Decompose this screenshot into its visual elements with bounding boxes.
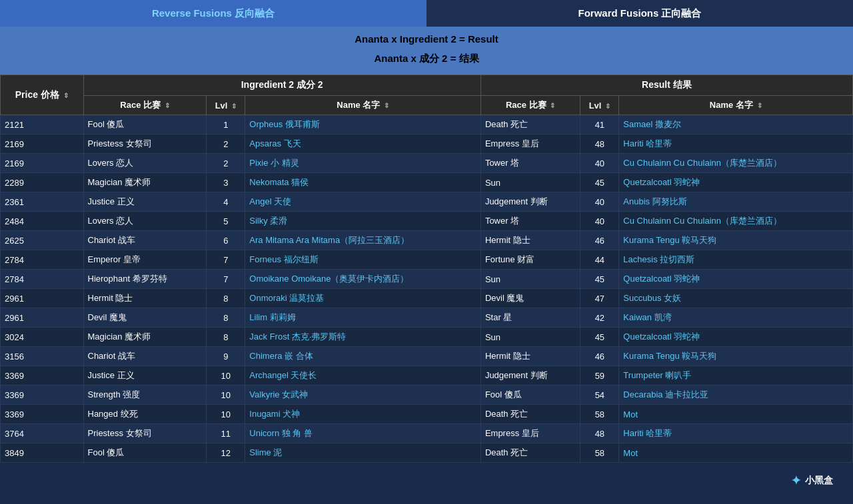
cell-r-name[interactable]: Decarabia 迪卡拉比亚 xyxy=(619,385,853,405)
cell-r-lvl: 46 xyxy=(580,231,619,250)
cell-i-lvl: 12 xyxy=(207,443,245,463)
sort-i-lvl-icon: ⇕ xyxy=(231,103,237,110)
cell-r-name[interactable]: Mot xyxy=(619,443,853,463)
cell-r-race: Judgement 判断 xyxy=(480,366,580,385)
cell-price: 3764 xyxy=(1,424,84,443)
cell-i-name[interactable]: Valkyrie 女武神 xyxy=(245,385,481,405)
cell-i-name[interactable]: Inugami 犬神 xyxy=(245,405,481,424)
cell-r-name[interactable]: Quetzalcoatl 羽蛇神 xyxy=(619,270,853,289)
table-row: 3369 Hanged 绞死 10 Inugami 犬神 Death 死亡 58… xyxy=(1,405,853,424)
cell-i-race: Justice 正义 xyxy=(83,192,207,212)
cell-r-race: Fool 傻瓜 xyxy=(480,385,580,405)
watermark-icon: ✦ xyxy=(791,473,801,488)
cell-i-race: Hermit 隐士 xyxy=(83,289,207,308)
sort-i-name-icon: ⇕ xyxy=(384,102,389,109)
cell-price: 2121 xyxy=(1,115,84,134)
cell-r-name[interactable]: Cu Chulainn Cu Chulainn（库楚兰酒店） xyxy=(619,154,853,173)
col-r-lvl[interactable]: Lvl ⇕ xyxy=(580,96,619,115)
col-i-lvl[interactable]: Lvl ⇕ xyxy=(207,96,245,115)
cell-i-name[interactable]: Jack Frost 杰克·弗罗斯特 xyxy=(245,328,481,347)
cell-r-race: Fortune 财富 xyxy=(480,250,580,270)
cell-r-race: Death 死亡 xyxy=(480,405,580,424)
cell-r-lvl: 54 xyxy=(580,385,619,405)
cell-i-name[interactable]: Forneus 福尔纽斯 xyxy=(245,250,481,270)
cell-r-lvl: 40 xyxy=(580,212,619,231)
subtitle-en: Ananta x Ingredient 2 = Result xyxy=(0,33,853,45)
cell-price: 2169 xyxy=(1,134,84,154)
cell-r-lvl: 42 xyxy=(580,308,619,328)
cell-r-name[interactable]: Kurama Tengu 鞍马天狗 xyxy=(619,347,853,366)
cell-r-name[interactable]: Mot xyxy=(619,405,853,424)
cell-i-name[interactable]: Archangel 天使长 xyxy=(245,366,481,385)
cell-r-name[interactable]: Quetzalcoatl 羽蛇神 xyxy=(619,328,853,347)
cell-i-race: Fool 傻瓜 xyxy=(83,443,207,463)
cell-r-race: Sun xyxy=(480,173,580,192)
fusion-table-container: Price 价格 ⇕ Ingredient 2 成分 2 Result 结果 R… xyxy=(0,75,853,463)
cell-i-race: Chariot 战车 xyxy=(83,347,207,366)
cell-i-lvl: 7 xyxy=(207,250,245,270)
cell-r-name[interactable]: Samael 撒麦尔 xyxy=(619,115,853,134)
cell-i-name[interactable]: Chimera 嵌 合体 xyxy=(245,347,481,366)
cell-i-lvl: 5 xyxy=(207,212,245,231)
cell-i-name[interactable]: Silky 柔滑 xyxy=(245,212,481,231)
cell-r-lvl: 44 xyxy=(580,250,619,270)
cell-price: 2484 xyxy=(1,212,84,231)
cell-i-race: Devil 魔鬼 xyxy=(83,308,207,328)
cell-i-race: Chariot 战车 xyxy=(83,231,207,250)
cell-r-name[interactable]: Cu Chulainn Cu Chulainn（库楚兰酒店） xyxy=(619,212,853,231)
cell-price: 3369 xyxy=(1,385,84,405)
cell-i-race: Magician 魔术师 xyxy=(83,328,207,347)
cell-i-name[interactable]: Apsaras 飞天 xyxy=(245,134,481,154)
cell-r-name[interactable]: Quetzalcoatl 羽蛇神 xyxy=(619,173,853,192)
cell-i-name[interactable]: Unicorn 独 角 兽 xyxy=(245,424,481,443)
col-i-race[interactable]: Race 比赛 ⇕ xyxy=(83,96,207,115)
cell-i-lvl: 8 xyxy=(207,289,245,308)
cell-price: 2169 xyxy=(1,154,84,173)
table-row: 2289 Magician 魔术师 3 Nekomata 猫侯 Sun 45 Q… xyxy=(1,173,853,192)
subtitle-cn: Ananta x 成分 2 = 结果 xyxy=(0,53,853,65)
cell-r-name[interactable]: Lachesis 拉切西斯 xyxy=(619,250,853,270)
cell-i-name[interactable]: Omoikane Omoikane（奥莫伊卡内酒店） xyxy=(245,270,481,289)
table-row: 2961 Hermit 隐士 8 Onmoraki 温莫拉基 Devil 魔鬼 … xyxy=(1,289,853,308)
cell-r-lvl: 48 xyxy=(580,424,619,443)
cell-r-name[interactable]: Succubus 女妖 xyxy=(619,289,853,308)
cell-i-name[interactable]: Angel 天使 xyxy=(245,192,481,212)
cell-i-name[interactable]: Pixie 小 精灵 xyxy=(245,154,481,173)
cell-i-name[interactable]: Onmoraki 温莫拉基 xyxy=(245,289,481,308)
cell-i-lvl: 3 xyxy=(207,173,245,192)
cell-r-lvl: 59 xyxy=(580,366,619,385)
cell-r-lvl: 48 xyxy=(580,134,619,154)
cell-r-lvl: 45 xyxy=(580,173,619,192)
cell-r-lvl: 58 xyxy=(580,405,619,424)
cell-r-name[interactable]: Anubis 阿努比斯 xyxy=(619,192,853,212)
cell-r-name[interactable]: Kurama Tengu 鞍马天狗 xyxy=(619,231,853,250)
cell-i-lvl: 2 xyxy=(207,134,245,154)
cell-r-name[interactable]: Hariti 哈里蒂 xyxy=(619,134,853,154)
col-r-name[interactable]: Name 名字 ⇕ xyxy=(619,96,853,115)
cell-i-lvl: 1 xyxy=(207,115,245,134)
cell-i-name[interactable]: Orpheus 俄耳甫斯 xyxy=(245,115,481,134)
table-row: 2784 Emperor 皇帝 7 Forneus 福尔纽斯 Fortune 财… xyxy=(1,250,853,270)
cell-i-lvl: 10 xyxy=(207,366,245,385)
cell-i-name[interactable]: Lilim 莉莉姆 xyxy=(245,308,481,328)
cell-r-lvl: 40 xyxy=(580,192,619,212)
cell-r-race: Hermit 隐士 xyxy=(480,347,580,366)
col-i-name[interactable]: Name 名字 ⇕ xyxy=(245,96,481,115)
sort-i-race-icon: ⇕ xyxy=(165,102,170,109)
cell-r-name[interactable]: Hariti 哈里蒂 xyxy=(619,424,853,443)
cell-price: 3024 xyxy=(1,328,84,347)
cell-r-race: Tower 塔 xyxy=(480,212,580,231)
cell-i-name[interactable]: Ara Mitama Ara Mitama（阿拉三玉酒店） xyxy=(245,231,481,250)
col-price[interactable]: Price 价格 ⇕ xyxy=(1,75,84,115)
table-row: 2484 Lovers 恋人 5 Silky 柔滑 Tower 塔 40 Cu … xyxy=(1,212,853,231)
cell-i-lvl: 4 xyxy=(207,192,245,212)
cell-i-race: Hierophant 希罗芬特 xyxy=(83,270,207,289)
tab-forward-fusions[interactable]: Forward Fusions 正向融合 xyxy=(426,0,853,27)
cell-i-name[interactable]: Slime 泥 xyxy=(245,443,481,463)
cell-i-name[interactable]: Nekomata 猫侯 xyxy=(245,173,481,192)
tab-reverse-fusions[interactable]: Reverse Fusions 反向融合 xyxy=(0,0,426,27)
cell-r-name[interactable]: Kaiwan 凯湾 xyxy=(619,308,853,328)
table-row: 2625 Chariot 战车 6 Ara Mitama Ara Mitama（… xyxy=(1,231,853,250)
cell-r-name[interactable]: Trumpeter 喇叭手 xyxy=(619,366,853,385)
col-r-race[interactable]: Race 比赛 ⇕ xyxy=(480,96,580,115)
